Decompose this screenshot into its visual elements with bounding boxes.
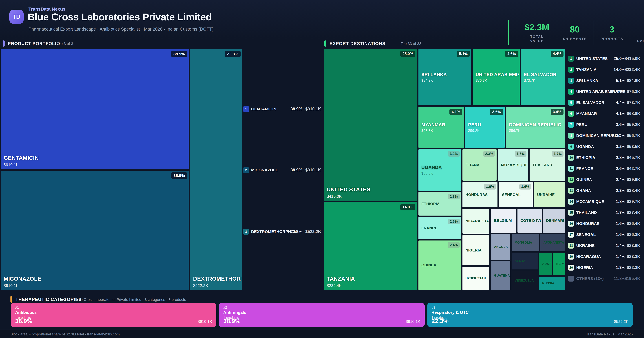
list-row-guinea: 12GUINEA2.4%$39.6K [568, 177, 643, 182]
card-rank: #2 [223, 306, 227, 310]
rank-badge: 1 [243, 106, 249, 112]
category-card-antibiotics: #1Antibiotics1 products38.9%$910.1K [11, 303, 216, 327]
treemap-block-kenya: KENYA [511, 252, 539, 270]
list-row-mozambique: 14MOZAMBIQUE1.8%$29.7K [568, 199, 643, 204]
treemap-block-label: AUSTRALIA [542, 252, 552, 275]
stat-label: #1 RANKINGS [637, 34, 644, 43]
treemap-share-badge: 3.6% [490, 109, 503, 115]
list-country-name: OTHERS (13+) [576, 276, 604, 281]
treemap-block-label: KENYA [515, 252, 538, 270]
list-country-name: UKRAINE [576, 243, 595, 248]
treemap-block-name: SENEGAL [502, 192, 532, 197]
treemap-block-nepal: NEPAL [553, 252, 566, 276]
list-row-dextromethorphan: 3DEXTROMETHORPHAN22.3%$522.2K [243, 228, 322, 235]
treemap-block-myanmar: 4.1%MYANMAR$68.8K [418, 107, 464, 148]
treemap-block-label: COTE D IVOIRE [520, 208, 541, 233]
treemap-share-badge: 4.1% [450, 109, 462, 115]
list-value: $68.8K [627, 111, 640, 116]
treemap-block-label: DEXTROMETHORPHAN$522.2K [193, 276, 241, 288]
rank-badge: 3 [568, 78, 574, 84]
list-share-pct: 3.6% [616, 122, 625, 127]
treemap-block-nigeria: NIGERIA [462, 235, 490, 266]
treemap-block-guatemala: GUATEMALA [491, 260, 511, 290]
stat-shipments: 80SHIPMENTS [556, 20, 594, 46]
treemap-block-peru: 3.6%PERU$59.2K [465, 107, 505, 148]
treemap-block-name: KENYA [515, 259, 538, 263]
export-list: 1UNITED STATES25.0%$415.0K2TANZANIA14.0%… [568, 48, 643, 290]
list-value: $22.3K [627, 265, 640, 270]
list-country-name: DOMINICAN REPUBLIC [576, 133, 621, 138]
list-row-peru: 7PERU3.6%$59.2K [568, 122, 643, 128]
treemap-block-cote-d-ivoire: COTE D IVOIRE [517, 208, 542, 233]
list-row-united-states: 1UNITED STATES25.0%$415.0K [568, 56, 643, 62]
treemap-block-denmark: DENMARK [543, 208, 566, 233]
rank-badge: 13 [568, 188, 574, 194]
list-value: $53.5K [627, 144, 640, 149]
rank-badge: 1 [568, 56, 574, 62]
rank-badge: 8 [568, 133, 574, 138]
treemap-block-angola: ANGOLA [491, 234, 510, 260]
treemap-block-value: $73.7K [524, 78, 564, 82]
brand-name: TransData Nexus [28, 6, 66, 12]
list-row-sri-lanka: 3SRI LANKA5.1%$84.9K [568, 78, 643, 84]
stat-value: $2.3M [524, 23, 549, 32]
treemap-block-name: COTE D IVOIRE [520, 218, 541, 223]
treemap-block-nicaragua: NICARAGUA [462, 208, 490, 234]
treemap-block-label: NICARAGUA [466, 208, 488, 234]
rank-badge [568, 276, 574, 282]
stat-label: TOTAL VALUE [524, 34, 549, 43]
treemap-share-badge: 3.2% [448, 151, 460, 157]
list-country-name: FRANCE [576, 166, 593, 171]
list-row-united-arab-emirates: 4UNITED ARAB EMIRATES4.6%$76.3K [568, 89, 643, 94]
list-share-pct: 1.7% [616, 210, 625, 215]
card-value: $910.1K [198, 319, 212, 324]
list-value: $27.4K [627, 210, 640, 215]
list-row-france: 11FRANCE2.6%$42.7K [568, 166, 643, 172]
treemap-block-label: VENEZUELA [515, 271, 538, 290]
list-share-pct: 22.3% [290, 229, 302, 234]
list-row-nigeria: 20NIGERIA1.3%$22.3K [568, 265, 643, 270]
card-name: Respiratory & OTC [432, 310, 469, 315]
list-share-pct: 1.6% [616, 232, 625, 237]
treemap-block-label: UKRAINE [537, 182, 564, 207]
treemap-block-label: UNITED STATES$415.0K [327, 186, 416, 199]
list-value: $45.7K [627, 155, 640, 160]
list-share-pct: 1.3% [616, 265, 625, 270]
page-subtitle: Pharmaceutical Export Landscape · Antibi… [28, 26, 214, 32]
treemap-block-name: MONGOLIA [515, 241, 538, 244]
list-row-miconazole: 2MICONAZOLE38.9%$910.1K [243, 167, 322, 174]
rank-badge: 20 [568, 265, 574, 270]
treemap-block-afghanistan: AFGHANISTAN [540, 234, 566, 252]
treemap-block-label: UZBEKISTAN [466, 267, 488, 290]
rank-badge: 2 [568, 67, 574, 72]
list-value: $84.9K [627, 78, 640, 83]
product-treemap: 38.9%GENTAMICIN$910.1K38.9%MICONAZOLE$91… [0, 48, 242, 290]
treemap-block-name: DENMARK [546, 218, 564, 223]
treemap-block-label: DENMARK [546, 208, 564, 233]
treemap-block-name: UNITED STATES [327, 186, 416, 193]
list-country-name: MOZAMBIQUE [576, 199, 604, 204]
list-share-pct: 25.0% [614, 56, 625, 61]
list-row-el-salvador: 5EL SALVADOR4.4%$73.7K [568, 100, 643, 106]
list-share-pct: 3.2% [616, 144, 625, 149]
product-list: 1GENTAMICIN38.9%$910.1K2MICONAZOLE38.9%$… [243, 48, 322, 290]
treemap-share-badge: 5.1% [457, 50, 470, 57]
list-row-honduras: 16HONDURAS1.6%$26.4K [568, 221, 643, 226]
treemap-block-name: NICARAGUA [466, 219, 488, 223]
treemap-block-name: NEPAL [556, 262, 564, 266]
list-share-pct: 1.6% [616, 221, 625, 226]
treemap-block-sri-lanka: 5.1%SRI LANKA$84.9K [418, 48, 472, 106]
treemap-block-name: UZBEKISTAN [466, 276, 488, 280]
list-country-name: MICONAZOLE [251, 168, 278, 172]
list-value: $26.4K [627, 221, 640, 226]
list-row-ethiopia: 10ETHIOPIA2.8%$45.7K [568, 155, 643, 160]
treemap-block-label: MONGOLIA [515, 234, 538, 251]
rank-badge: 6 [568, 111, 574, 116]
list-country-name: PERU [576, 122, 588, 127]
treemap-block-name: NIGERIA [466, 248, 488, 252]
rank-badge: 11 [568, 166, 574, 172]
treemap-block-name: ETHIOPIA [422, 202, 460, 206]
treemap-block-value: $415.0K [327, 194, 416, 199]
treemap-block-ethiopia: 2.8%ETHIOPIA [418, 192, 462, 216]
list-value: $56.7K [627, 133, 640, 138]
